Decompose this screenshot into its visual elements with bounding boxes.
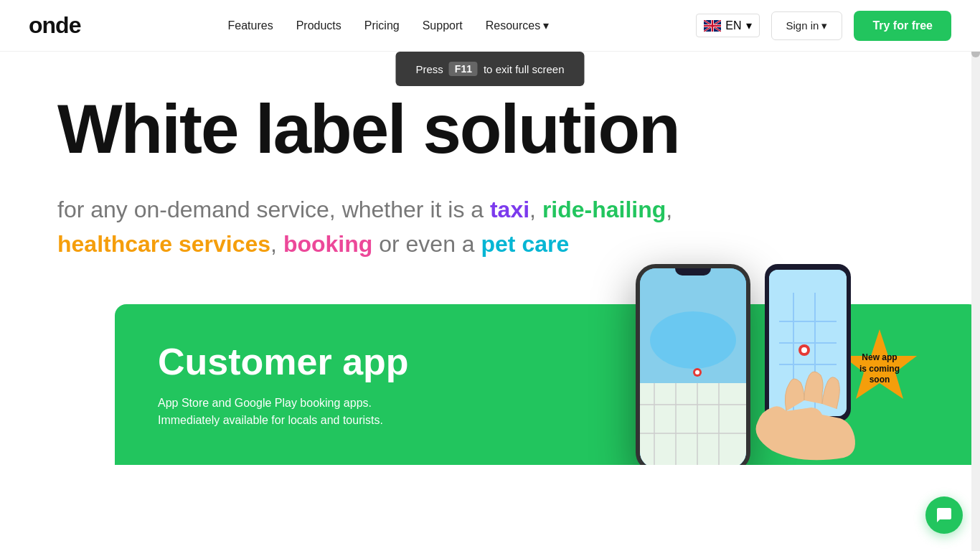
nav-right: EN ▾ Sign in ▾ Try for free (696, 11, 951, 41)
subtitle-plain: for any on-demand service, whether it is… (57, 197, 484, 222)
svg-point-9 (650, 311, 736, 369)
customer-app-description: App Store and Google Play booking apps. … (158, 395, 517, 429)
nav-support[interactable]: Support (423, 19, 463, 32)
sign-in-chevron-icon: ▾ (821, 19, 827, 32)
tooltip-text-before: Press (415, 63, 443, 75)
language-selector[interactable]: EN ▾ (696, 14, 759, 37)
svg-point-22 (801, 347, 807, 353)
fullscreen-tooltip: Press F11 to exit full screen (395, 52, 584, 86)
navbar: onde Features Products Pricing Support R… (0, 0, 980, 52)
try-for-free-button[interactable]: Try for free (854, 11, 951, 41)
tooltip-text-after: to exit full screen (484, 63, 565, 75)
logo[interactable]: onde (29, 12, 80, 39)
customer-app-title: Customer app (158, 340, 517, 383)
flag-uk-icon (704, 20, 721, 32)
customer-app-section: Customer app App Store and Google Play b… (115, 304, 980, 465)
subtitle-healthcare: healthcare services (57, 231, 270, 257)
subtitle-ride-hailing: ride-hailing (542, 197, 666, 222)
key-f11-badge: F11 (449, 62, 478, 76)
lang-chevron-icon: ▾ (746, 19, 752, 32)
nav-features[interactable]: Features (228, 19, 273, 32)
hero-title: White label solution (57, 95, 875, 164)
subtitle-taxi: taxi (490, 197, 529, 222)
lang-label: EN (725, 19, 741, 32)
subtitle-booking: booking (283, 231, 372, 257)
hand-svg (729, 250, 887, 465)
subtitle-pet-care: pet care (481, 231, 570, 257)
hand-phone-illustration (729, 250, 887, 465)
scrollbar[interactable] (971, 0, 980, 465)
customer-app-content: Customer app App Store and Google Play b… (158, 340, 517, 429)
nav-links: Features Products Pricing Support Resour… (228, 19, 550, 32)
phone-notch (675, 268, 711, 276)
nav-pricing[interactable]: Pricing (364, 19, 400, 32)
chevron-down-icon: ▾ (543, 19, 549, 32)
hero-subtitle: for any on-demand service, whether it is… (57, 192, 703, 261)
nav-products[interactable]: Products (296, 19, 341, 32)
nav-resources[interactable]: Resources ▾ (486, 19, 549, 32)
sign-in-button[interactable]: Sign in ▾ (771, 11, 843, 40)
svg-point-11 (695, 370, 699, 375)
